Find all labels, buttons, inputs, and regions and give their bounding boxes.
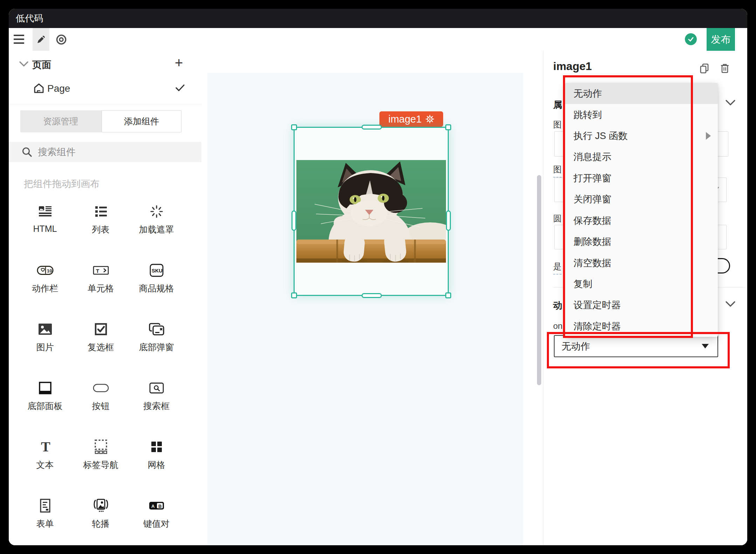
add-page-button[interactable]: +: [175, 56, 183, 70]
search-input[interactable]: [37, 146, 172, 158]
field-label-3: 圆: [553, 213, 562, 224]
form-icon: [37, 498, 54, 513]
svg-text:T: T: [41, 440, 50, 454]
menu-item-save-data[interactable]: 保存数据: [565, 210, 718, 231]
canvas-scrollbar[interactable]: [537, 175, 541, 385]
resize-handle-e[interactable]: [446, 210, 451, 231]
menu-item-no-action[interactable]: 无动作: [565, 83, 718, 104]
canvas-area: image1: [201, 51, 543, 545]
resize-handle-w[interactable]: [291, 210, 296, 231]
component-tab-nav[interactable]: 标签导航: [73, 435, 129, 494]
caret-down-icon: [702, 344, 709, 348]
component-action-bar[interactable]: 10 动作栏: [17, 258, 73, 317]
selected-image-component[interactable]: [294, 127, 449, 296]
component-cell[interactable]: T 单元格: [73, 258, 129, 317]
menu-item-jump-to[interactable]: 跳转到: [565, 104, 718, 125]
cat-photo: [296, 160, 446, 263]
search-box-icon: [148, 380, 165, 396]
divider: [9, 104, 201, 104]
component-image[interactable]: 图片: [17, 317, 73, 376]
tab-nav-icon: [92, 439, 109, 455]
trash-icon[interactable]: [720, 63, 730, 74]
action-bar-icon: 10: [37, 263, 54, 278]
menu-item-toast[interactable]: 消息提示: [565, 146, 718, 167]
chevron-down-icon[interactable]: [19, 61, 28, 67]
selected-component-badge[interactable]: image1: [379, 111, 443, 127]
component-sku[interactable]: SKU 商品规格: [129, 258, 184, 317]
menu-item-clear-data[interactable]: 清空数据: [565, 252, 718, 273]
sidebar-tabs: 资源管理 添加组件: [20, 110, 181, 132]
pages-section-header[interactable]: 页面 +: [9, 58, 201, 72]
sidebar-item-page[interactable]: Page: [9, 82, 201, 96]
badge-label: image1: [388, 113, 421, 125]
component-key-value[interactable]: A B 键值对: [129, 494, 184, 545]
carousel-icon: [92, 498, 109, 513]
action-select-value: 无动作: [562, 340, 702, 353]
tab-resource-management[interactable]: 资源管理: [20, 110, 101, 132]
check-circle-icon: [685, 33, 697, 45]
home-icon: [33, 83, 44, 94]
panel-title: image1: [553, 60, 592, 73]
component-search-box[interactable]: 搜索框: [129, 376, 184, 435]
menu-item-copy[interactable]: 复制: [565, 273, 718, 295]
check-icon: [176, 84, 185, 91]
search-icon: [22, 147, 32, 157]
resize-handle-nw[interactable]: [291, 124, 297, 130]
svg-text:A: A: [151, 504, 155, 509]
html-icon: [37, 204, 54, 219]
component-checkbox[interactable]: 复选框: [73, 317, 129, 376]
properties-section-header[interactable]: 属: [553, 99, 562, 111]
window-titlebar: 低代码: [9, 9, 747, 28]
menu-item-run-js[interactable]: 执行 JS 函数: [565, 125, 718, 146]
grid-icon: [148, 439, 165, 455]
menu-item-set-timer[interactable]: 设置定时器: [565, 295, 718, 316]
sidebar: 页面 + Page 资源管理 添加组件 把组件拖动到画布: [9, 51, 202, 545]
resize-handle-n[interactable]: [362, 125, 382, 130]
edit-mode-button[interactable]: [33, 28, 49, 51]
component-button[interactable]: 按钮: [73, 376, 129, 435]
page-item-label: Page: [47, 83, 70, 94]
menu-item-close-popup[interactable]: 关闭弹窗: [565, 189, 718, 210]
hamburger-icon[interactable]: [14, 35, 24, 44]
app-window: 低代码 发布 页面 +: [9, 9, 747, 545]
actions-section-header[interactable]: 动: [553, 299, 562, 312]
svg-text:B: B: [158, 504, 161, 509]
component-search: [9, 142, 201, 162]
menu-item-delete-data[interactable]: 删除数据: [565, 231, 718, 252]
component-text[interactable]: T 文本: [17, 435, 73, 494]
menu-item-clear-timer[interactable]: 清除定时器: [565, 316, 718, 337]
component-bottom-popup[interactable]: 底部弹窗: [129, 317, 184, 376]
component-grid[interactable]: 网格: [129, 435, 184, 494]
component-list[interactable]: 列表: [73, 200, 129, 258]
action-select[interactable]: 无动作: [554, 335, 718, 357]
menu-item-open-popup[interactable]: 打开弹窗: [565, 168, 718, 189]
text-icon: T: [37, 439, 54, 455]
window-title: 低代码: [16, 9, 43, 28]
submenu-arrow-icon: [706, 132, 711, 140]
preview-button[interactable]: [53, 28, 70, 51]
component-bottom-panel[interactable]: 底部面板: [17, 376, 73, 435]
component-html[interactable]: HTML: [17, 200, 73, 258]
component-carousel[interactable]: 轮播: [73, 494, 129, 545]
button-pill-icon: [92, 380, 109, 396]
resize-handle-s[interactable]: [362, 293, 382, 298]
gear-icon[interactable]: [425, 115, 434, 124]
target-icon: [56, 34, 67, 45]
chevron-down-icon[interactable]: [726, 301, 735, 307]
palette-hint: 把组件拖动到画布: [24, 178, 99, 190]
resize-handle-sw[interactable]: [291, 292, 297, 298]
chevron-down-icon[interactable]: [726, 100, 735, 105]
action-dropdown-menu: 无动作 跳转到 执行 JS 函数 消息提示 打开弹窗 关闭弹窗 保存数据 删除数…: [565, 83, 718, 337]
publish-button[interactable]: 发布: [707, 28, 735, 51]
event-label: on: [553, 321, 563, 333]
pencil-icon: [36, 35, 46, 44]
component-palette: HTML 列表 加载遮罩: [17, 200, 184, 545]
svg-text:10: 10: [47, 268, 52, 273]
toolbar: 发布: [9, 28, 747, 51]
resize-handle-se[interactable]: [445, 292, 451, 298]
tab-add-component[interactable]: 添加组件: [102, 110, 181, 132]
copy-icon[interactable]: [699, 63, 710, 74]
resize-handle-ne[interactable]: [445, 124, 451, 130]
component-form[interactable]: 表单: [17, 494, 73, 545]
component-loading-mask[interactable]: 加载遮罩: [129, 200, 184, 258]
